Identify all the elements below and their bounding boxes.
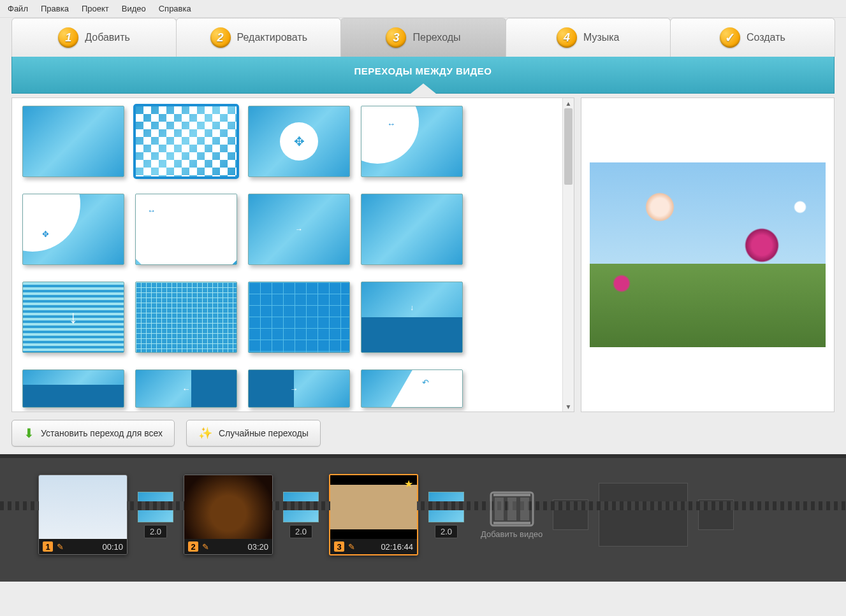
transition-thumb[interactable]: [22, 106, 124, 177]
transition-chip-icon: [138, 492, 173, 522]
clip-info-bar: 3 ✎ 02:16:44: [330, 539, 417, 554]
svg-rect-4: [493, 494, 530, 496]
transition-thumb[interactable]: [248, 106, 350, 177]
menu-project[interactable]: Проект: [82, 4, 109, 13]
clip-index: 1: [43, 541, 53, 552]
button-label: Случайные переходы: [219, 428, 309, 438]
clip-index: 2: [188, 541, 198, 552]
transition-thumb[interactable]: [135, 194, 237, 265]
transition-thumb[interactable]: [361, 282, 463, 353]
timeline-placeholder-transition: [553, 499, 588, 530]
transitions-panel: ▲ ▼: [11, 97, 574, 412]
star-icon: ★: [404, 478, 413, 490]
menubar: Файл Правка Проект Видео Справка: [0, 0, 846, 18]
filmstrip-icon: [490, 491, 534, 527]
timeline-clip[interactable]: ★ 3 ✎ 02:16:44: [329, 474, 418, 555]
transition-thumb[interactable]: [248, 369, 350, 408]
pencil-icon[interactable]: ✎: [348, 542, 355, 552]
timeline-transition[interactable]: 2.0: [428, 492, 464, 538]
tab-transitions[interactable]: 3 Переходы: [340, 18, 506, 57]
timeline-transition[interactable]: 2.0: [283, 492, 319, 538]
tab-badge-2-icon: 2: [210, 27, 231, 48]
transition-thumb[interactable]: [22, 282, 124, 353]
scroll-down-icon[interactable]: ▼: [563, 401, 574, 412]
clip-info-bar: 1 ✎ 00:10: [39, 539, 127, 554]
tab-label: Создать: [747, 32, 785, 43]
transition-thumb[interactable]: [135, 282, 237, 353]
tab-music[interactable]: 4 Музыка: [506, 18, 671, 57]
tab-label: Добавить: [85, 32, 130, 43]
tab-label: Переходы: [412, 32, 460, 43]
gallery-scrollbar[interactable]: ▲ ▼: [562, 98, 574, 412]
transition-thumb[interactable]: [361, 194, 463, 265]
timeline-placeholder-transition: [698, 499, 734, 530]
timeline-placeholder-clip: [599, 483, 688, 547]
transition-chip-icon: [428, 492, 464, 522]
clip-duration: 03:20: [247, 542, 268, 552]
transitions-gallery: [12, 98, 562, 412]
tab-label: Музыка: [583, 32, 620, 43]
add-video-button[interactable]: Добавить видео: [481, 491, 543, 539]
svg-rect-3: [520, 498, 529, 520]
button-label: Установить переход для всех: [41, 428, 163, 438]
transition-thumb[interactable]: [248, 194, 350, 265]
content-row: ▲ ▼: [11, 94, 835, 412]
menu-help[interactable]: Справка: [159, 4, 191, 13]
step-tabs: 1 Добавить 2 Редактировать 3 Переходы 4 …: [0, 18, 846, 57]
transition-thumb[interactable]: [22, 194, 124, 265]
menu-edit[interactable]: Правка: [41, 4, 69, 13]
clip-thumbnail: [39, 475, 127, 539]
transition-thumb[interactable]: [22, 369, 124, 408]
menu-video[interactable]: Видео: [122, 4, 146, 13]
transition-thumb[interactable]: [361, 106, 463, 177]
tab-badge-check-icon: ✓: [720, 27, 740, 48]
scroll-thumb[interactable]: [564, 108, 573, 185]
svg-rect-2: [507, 498, 516, 520]
add-video-label: Добавить видео: [481, 529, 543, 539]
tab-add[interactable]: 1 Добавить: [11, 18, 177, 57]
tab-edit[interactable]: 2 Редактировать: [176, 18, 341, 57]
transition-thumb[interactable]: [361, 369, 463, 408]
pencil-icon[interactable]: ✎: [57, 542, 64, 552]
transition-duration: 2.0: [435, 525, 458, 538]
svg-rect-5: [493, 522, 530, 524]
timeline-clip[interactable]: 1 ✎ 00:10: [38, 475, 128, 555]
section-header: ПЕРЕХОДЫ МЕЖДУ ВИДЕО: [11, 57, 835, 94]
preview-image: [590, 162, 826, 347]
apply-all-button[interactable]: ⬇ Установить переход для всех: [11, 420, 175, 447]
timeline: 1 ✎ 00:10 2.0 2 ✎ 03:20 2.0 ★ 3 ✎ 02:16:…: [0, 454, 846, 582]
clip-index: 3: [334, 541, 344, 552]
transition-chip-icon: [283, 492, 319, 522]
clip-thumbnail: [184, 475, 272, 539]
clip-duration: 02:16:44: [381, 542, 413, 552]
transition-thumb[interactable]: [135, 106, 237, 177]
download-arrow-icon: ⬇: [24, 426, 34, 441]
action-row: ⬇ Установить переход для всех ✨ Случайны…: [0, 412, 846, 454]
svg-rect-1: [495, 498, 504, 520]
transition-thumb[interactable]: [248, 282, 350, 353]
tab-label: Редактировать: [237, 32, 308, 43]
menu-file[interactable]: Файл: [8, 4, 28, 13]
preview-panel: [581, 97, 835, 412]
timeline-transition[interactable]: 2.0: [138, 492, 173, 538]
transition-thumb[interactable]: [135, 369, 237, 408]
transition-duration: 2.0: [144, 525, 167, 538]
scroll-up-icon[interactable]: ▲: [563, 98, 574, 108]
tab-badge-1-icon: 1: [58, 27, 78, 48]
timeline-clip[interactable]: 2 ✎ 03:20: [184, 475, 273, 555]
tab-badge-3-icon: 3: [386, 27, 406, 48]
pencil-icon[interactable]: ✎: [202, 542, 209, 552]
wand-icon: ✨: [198, 426, 212, 440]
tab-create[interactable]: ✓ Создать: [670, 18, 835, 57]
section-title: ПЕРЕХОДЫ МЕЖДУ ВИДЕО: [354, 66, 492, 76]
random-transitions-button[interactable]: ✨ Случайные переходы: [186, 420, 321, 447]
clip-thumbnail: ★: [330, 475, 417, 539]
clip-info-bar: 2 ✎ 03:20: [184, 539, 272, 554]
transition-duration: 2.0: [289, 525, 312, 538]
clip-duration: 00:10: [102, 542, 123, 552]
tab-badge-4-icon: 4: [557, 27, 577, 48]
